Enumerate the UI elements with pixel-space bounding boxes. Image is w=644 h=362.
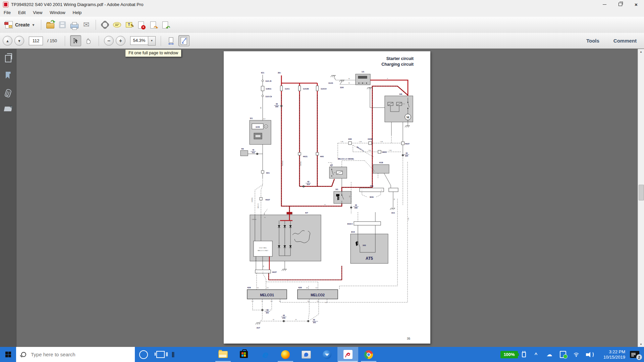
menu-view[interactable]: View: [29, 9, 46, 17]
onedrive-button[interactable]: ☁: [543, 351, 556, 358]
open-button[interactable]: ↷: [44, 19, 56, 31]
scrolling-mode-button[interactable]: [166, 36, 176, 46]
search-input[interactable]: [30, 351, 125, 358]
restore-button[interactable]: [612, 0, 628, 9]
comment-panel-button[interactable]: Comment: [613, 38, 637, 44]
create-button[interactable]: Create ▼: [3, 19, 38, 31]
vertical-scrollbar[interactable]: ▲ ▼: [638, 49, 644, 347]
bookmark-icon: [6, 72, 11, 79]
taskbar-app-thunderbird[interactable]: [317, 347, 337, 362]
scroll-up-button[interactable]: ▲: [638, 49, 644, 55]
scroll-down-button[interactable]: ▼: [638, 342, 644, 347]
svg-text:MELCO 1-2: MELCO 1-2: [356, 146, 364, 152]
search-icon: [21, 352, 26, 357]
signatures-button[interactable]: [0, 107, 16, 111]
select-tool-icon: [72, 38, 79, 44]
previous-page-button[interactable]: ▲: [3, 36, 12, 46]
svg-text:BL: BL: [348, 78, 350, 79]
svg-text:44/27: 44/27: [405, 143, 410, 145]
battery-indicator[interactable]: 100%: [500, 351, 518, 358]
svg-text:44/21: 44/21: [303, 156, 308, 158]
navigation-toolbar: ▲ ▼ / 150 − + 54.3% ▼: [0, 33, 644, 49]
taskbar-app-microsoft-store[interactable]: [233, 347, 254, 362]
settings-button[interactable]: [99, 19, 111, 31]
arrow-up-icon: ▲: [640, 50, 642, 53]
menu-help[interactable]: Help: [69, 9, 86, 17]
start-button[interactable]: [0, 347, 16, 362]
svg-text:OR: OR: [260, 107, 262, 109]
svg-text:61: 61: [264, 217, 266, 218]
toolbar-separator: [96, 20, 96, 30]
svg-text:B18: B18: [317, 301, 319, 302]
chevron-up-icon: ^: [535, 352, 538, 357]
delete-page-button[interactable]: ×: [135, 19, 147, 31]
chevron-down-icon: ▼: [32, 23, 35, 27]
hand-tool-button[interactable]: [83, 36, 94, 46]
taskbar-app-chrome[interactable]: [358, 347, 379, 362]
svg-text:A1: A1: [262, 301, 263, 302]
menu-edit[interactable]: Edit: [14, 9, 29, 17]
export-page-button[interactable]: ↶: [159, 19, 171, 31]
comment-button[interactable]: [111, 19, 123, 31]
taskbar-app-edge[interactable]: e: [254, 347, 275, 362]
notification-line: [631, 353, 636, 354]
fit-one-page-button[interactable]: [178, 35, 190, 46]
zoom-dropdown-button[interactable]: ▼: [148, 36, 156, 46]
svg-text:11A/28: 11A/28: [303, 88, 309, 90]
tools-panel-button[interactable]: Tools: [586, 38, 599, 44]
svg-text:321: 321: [313, 321, 316, 323]
attachments-button[interactable]: [0, 89, 16, 97]
taskbar-app-firefox[interactable]: [275, 347, 296, 362]
taskbar-clock[interactable]: 3:22 PM 10/15/2019: [600, 349, 625, 360]
pdf-page: M: [224, 51, 430, 344]
media-app-button[interactable]: [556, 351, 570, 358]
menu-window[interactable]: Window: [46, 9, 69, 17]
paperclip-icon: [4, 88, 12, 98]
scrollbar-thumb[interactable]: [639, 185, 644, 200]
svg-text:321: 321: [266, 312, 269, 314]
svg-text:SB: SB: [394, 198, 395, 200]
speaker-icon: [586, 353, 588, 356]
extract-page-button[interactable]: ↷: [147, 19, 159, 31]
zoom-in-button[interactable]: +: [116, 36, 125, 46]
next-page-button[interactable]: ▼: [14, 36, 24, 46]
select-tool-button[interactable]: [70, 35, 81, 46]
svg-text:D11: D11: [279, 301, 281, 302]
taskbar-search[interactable]: [16, 347, 135, 362]
taskbar-app-acrobat[interactable]: [337, 347, 358, 362]
svg-text:2: 2: [261, 217, 261, 218]
gear-icon: [102, 21, 108, 28]
svg-text:2/7: 2/7: [330, 164, 333, 166]
svg-text:Y-DB: Y-DB: [380, 141, 383, 142]
save-button[interactable]: [56, 19, 68, 31]
minimize-button[interactable]: [597, 0, 612, 9]
cortana-button[interactable]: [136, 347, 152, 362]
bookmarks-button[interactable]: [0, 72, 16, 79]
svg-text:B06: B06: [308, 301, 310, 302]
firefox-icon: [281, 350, 290, 359]
print-button[interactable]: [68, 19, 80, 31]
svg-text:4: 4: [263, 272, 263, 273]
hand-tool-icon: [85, 38, 92, 44]
menu-file[interactable]: File: [0, 9, 14, 17]
svg-text:2R: 2R: [295, 319, 297, 320]
network-button[interactable]: [570, 352, 583, 357]
text-note-button[interactable]: T✎: [123, 19, 135, 31]
zoom-out-button[interactable]: −: [104, 36, 114, 46]
close-button[interactable]: ×: [628, 0, 644, 9]
page-total-label: / 150: [47, 38, 57, 43]
tray-overflow-button[interactable]: ^: [529, 352, 543, 357]
wiring-diagram: M: [224, 51, 430, 344]
task-view-button[interactable]: [152, 347, 169, 362]
svg-text:44/21: 44/21: [382, 151, 387, 153]
taskbar-app-mail-window[interactable]: [296, 347, 317, 362]
action-center-button[interactable]: [630, 351, 639, 358]
svg-text:MELCO2: MELCO2: [311, 293, 325, 297]
svg-text:MELCO 1 ONLY: MELCO 1 ONLY: [258, 250, 268, 251]
page-thumbnails-button[interactable]: [0, 55, 16, 62]
taskbar-app-file-explorer[interactable]: [213, 347, 233, 362]
page-number-input[interactable]: [29, 37, 43, 45]
email-button[interactable]: ✉: [80, 19, 93, 31]
zoom-level-value[interactable]: 54.3%: [130, 36, 148, 45]
volume-button[interactable]: [583, 352, 596, 358]
